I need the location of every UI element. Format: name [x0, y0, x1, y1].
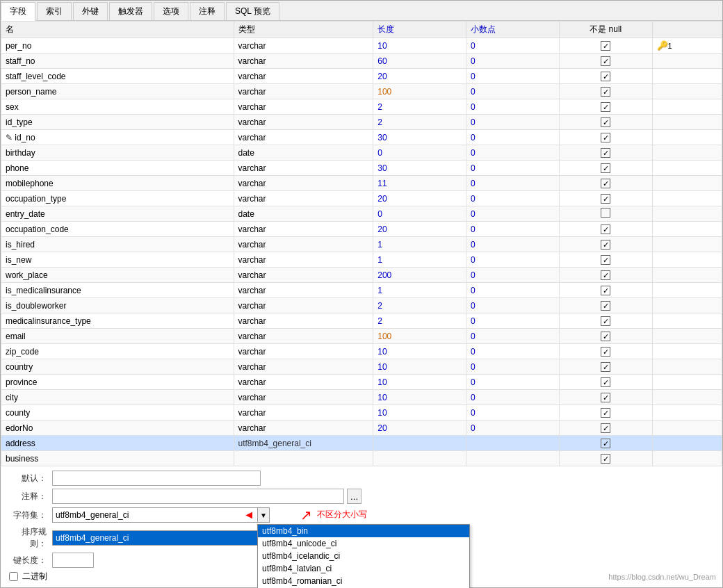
comment-label: 注释： [9, 491, 49, 503]
cell-field-notnull: ✓ [559, 252, 652, 268]
table-row[interactable]: entry_datedate00 [1, 206, 722, 222]
table-row[interactable]: birthdaydate00✓ [1, 145, 722, 161]
table-row[interactable]: zip_codevarchar100✓ [1, 344, 722, 359]
cell-field-length: 20 [373, 222, 466, 237]
cell-field-name: is_medicalinsurance [1, 283, 234, 298]
charset-select[interactable]: utf8mb4_general_ci ◄ [52, 507, 257, 523]
table-row[interactable]: edorNovarchar200✓ [1, 420, 722, 436]
cell-field-name: business [1, 451, 234, 466]
comment-dots-button[interactable]: ... [347, 489, 362, 504]
keylength-input[interactable] [52, 553, 94, 568]
cell-field-notnull: ✓ [559, 237, 652, 252]
tab-foreign-key[interactable]: 外键 [73, 2, 108, 20]
table-row[interactable]: is_doubleworkervarchar20✓ [1, 298, 722, 313]
cell-field-key [652, 54, 722, 69]
charset-arrow-btn[interactable]: ▼ [257, 507, 270, 523]
cell-field-length: 2 [373, 99, 466, 115]
tab-bar: 字段 索引 外键 触发器 选项 注释 SQL 预览 [1, 1, 722, 21]
cell-field-notnull: ✓ [559, 313, 652, 329]
table-row[interactable]: countryvarchar100✓ [1, 359, 722, 375]
table-row[interactable]: work_placevarchar2000✓ [1, 268, 722, 283]
cell-field-type: varchar [234, 84, 373, 99]
cell-field-key [652, 161, 722, 176]
cell-field-notnull: ✓ [559, 329, 652, 344]
table-row[interactable]: emailvarchar1000✓ [1, 329, 722, 344]
collation-item-romanian[interactable]: utf8mb4_romanian_ci [258, 575, 469, 587]
cell-field-length: 60 [373, 54, 466, 69]
table-row[interactable]: is_newvarchar10✓ [1, 252, 722, 268]
table-row[interactable]: per_novarchar100✓🔑1 [1, 38, 722, 54]
field-table-container: 名 类型 长度 小数点 不是 null per_novarchar100✓🔑1s… [1, 21, 722, 466]
binary-checkbox[interactable] [9, 572, 18, 581]
cell-field-type: varchar [234, 38, 373, 54]
table-row[interactable]: id_typevarchar20✓ [1, 115, 722, 130]
cell-field-name: occupation_code [1, 222, 234, 237]
table-row[interactable]: staff_level_codevarchar200✓ [1, 69, 722, 84]
table-row[interactable]: occupation_typevarchar200✓ [1, 191, 722, 206]
cell-field-decimal: 0 [466, 38, 560, 54]
cell-field-decimal: 0 [466, 268, 560, 283]
table-row[interactable]: sexvarchar20✓ [1, 99, 722, 115]
table-row[interactable]: mobilephonevarchar110✓ [1, 176, 722, 191]
tab-sql-preview[interactable]: SQL 预览 [226, 2, 279, 20]
table-row[interactable]: occupation_codevarchar200✓ [1, 222, 722, 237]
cell-field-notnull: ✓ [559, 115, 652, 130]
default-input[interactable] [52, 471, 261, 486]
cell-field-type: varchar [234, 390, 373, 405]
table-row[interactable]: countyvarchar100✓ [1, 405, 722, 420]
collation-dropdown-container: ▼ utf8mb4_bin utf8mb4_unicode_ci utf8mb4… [257, 507, 270, 523]
cell-field-notnull: ✓ [559, 176, 652, 191]
cell-field-length: 10 [373, 38, 466, 54]
cell-field-name: staff_level_code [1, 69, 234, 84]
cell-field-length: 0 [373, 206, 466, 222]
cell-field-length [373, 451, 466, 466]
cell-field-notnull: ✓ [559, 54, 652, 69]
cell-field-notnull: ✓ [559, 38, 652, 54]
collation-item-bin[interactable]: utf8mb4_bin [258, 525, 469, 537]
cell-field-decimal: 0 [466, 420, 560, 436]
cell-field-length: 0 [373, 145, 466, 161]
cell-field-notnull: ✓ [559, 69, 652, 84]
cell-field-type: date [234, 145, 373, 161]
tab-trigger[interactable]: 触发器 [109, 2, 152, 20]
cell-field-decimal [466, 451, 560, 466]
cell-field-type: varchar [234, 298, 373, 313]
table-row[interactable]: provincevarchar100✓ [1, 375, 722, 390]
cell-field-notnull: ✓ [559, 191, 652, 206]
cell-field-name: mobilephone [1, 176, 234, 191]
cell-field-key [652, 115, 722, 130]
table-row[interactable]: addressutf8mb4_general_ci✓ [1, 436, 722, 451]
collation-item-icelandic[interactable]: utf8mb4_icelandic_ci [258, 550, 469, 562]
cell-field-length: 2 [373, 298, 466, 313]
cell-field-length: 30 [373, 130, 466, 145]
cell-field-name: entry_date [1, 206, 234, 222]
tab-options[interactable]: 选项 [154, 2, 188, 20]
table-row[interactable]: medicalinsurance_typevarchar20✓ [1, 313, 722, 329]
tab-index[interactable]: 索引 [37, 2, 72, 20]
header-type: 类型 [234, 22, 373, 38]
cell-field-name: is_hired [1, 237, 234, 252]
cell-field-length: 11 [373, 176, 466, 191]
comment-input[interactable] [52, 489, 344, 504]
cell-field-name: country [1, 359, 234, 375]
cell-field-length: 20 [373, 191, 466, 206]
table-row[interactable]: staff_novarchar600✓ [1, 54, 722, 69]
cell-field-decimal: 0 [466, 115, 560, 130]
cell-field-length: 10 [373, 375, 466, 390]
collation-item-latvian[interactable]: utf8mb4_latvian_ci [258, 562, 469, 575]
cell-field-key [652, 99, 722, 115]
collation-item-unicode[interactable]: utf8mb4_unicode_ci [258, 537, 469, 550]
tab-comment[interactable]: 注释 [190, 2, 225, 20]
cell-field-name: occupation_type [1, 191, 234, 206]
binary-label: 二进制 [22, 571, 47, 582]
sort-rule-select[interactable]: utf8mb4_general_ci [52, 530, 257, 546]
table-row[interactable]: ✎ id_novarchar300✓ [1, 130, 722, 145]
table-row[interactable]: phonevarchar300✓ [1, 161, 722, 176]
table-row[interactable]: is_hiredvarchar10✓ [1, 237, 722, 252]
table-row[interactable]: cityvarchar100✓ [1, 390, 722, 405]
tab-fields[interactable]: 字段 [1, 2, 35, 21]
table-row[interactable]: business✓ [1, 451, 722, 466]
table-row[interactable]: is_medicalinsurancevarchar10✓ [1, 283, 722, 298]
cell-field-name: birthday [1, 145, 234, 161]
table-row[interactable]: person_namevarchar1000✓ [1, 84, 722, 99]
